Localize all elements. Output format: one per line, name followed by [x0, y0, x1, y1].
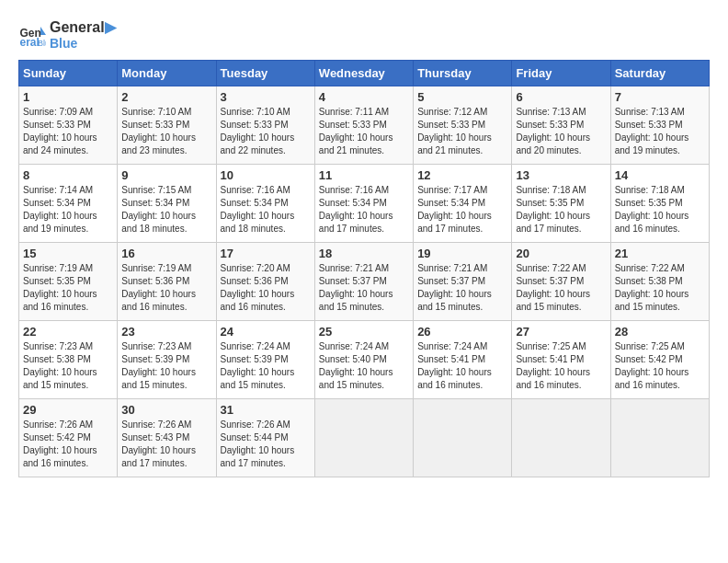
day-number: 10 — [221, 168, 311, 182]
calendar-cell: 31 Sunrise: 7:26 AMSunset: 5:44 PMDaylig… — [216, 399, 314, 477]
day-number: 9 — [121, 168, 211, 182]
day-info: Sunrise: 7:13 AMSunset: 5:33 PMDaylight:… — [615, 106, 705, 157]
day-info: Sunrise: 7:10 AMSunset: 5:33 PMDaylight:… — [121, 106, 211, 157]
day-number: 16 — [121, 247, 211, 260]
day-number: 19 — [417, 247, 507, 260]
header-day-friday: Friday — [512, 61, 610, 86]
calendar-cell: 24 Sunrise: 7:24 AMSunset: 5:39 PMDaylig… — [216, 321, 314, 399]
calendar-cell: 23 Sunrise: 7:23 AMSunset: 5:39 PMDaylig… — [118, 321, 216, 399]
day-info: Sunrise: 7:24 AMSunset: 5:39 PMDaylight:… — [221, 340, 311, 392]
calendar-header-row: SundayMondayTuesdayWednesdayThursdayFrid… — [19, 61, 710, 86]
day-number: 13 — [516, 168, 606, 182]
calendar-cell: 19 Sunrise: 7:21 AMSunset: 5:37 PMDaylig… — [414, 243, 512, 321]
day-info: Sunrise: 7:21 AMSunset: 5:37 PMDaylight:… — [319, 262, 409, 314]
day-info: Sunrise: 7:11 AMSunset: 5:33 PMDaylight:… — [319, 106, 409, 157]
day-number: 11 — [319, 168, 409, 182]
day-info: Sunrise: 7:22 AMSunset: 5:37 PMDaylight:… — [516, 262, 606, 314]
calendar-week-row: 1 Sunrise: 7:09 AMSunset: 5:33 PMDayligh… — [19, 86, 710, 165]
calendar-cell: 20 Sunrise: 7:22 AMSunset: 5:37 PMDaylig… — [512, 243, 610, 321]
day-info: Sunrise: 7:18 AMSunset: 5:35 PMDaylight:… — [615, 184, 705, 236]
calendar-cell: 8 Sunrise: 7:14 AMSunset: 5:34 PMDayligh… — [19, 165, 118, 243]
day-number: 30 — [121, 403, 211, 417]
day-number: 31 — [221, 403, 311, 417]
calendar-cell — [414, 399, 512, 477]
day-number: 3 — [221, 90, 311, 104]
day-number: 14 — [615, 168, 705, 182]
header-day-thursday: Thursday — [414, 61, 512, 86]
calendar-cell: 1 Sunrise: 7:09 AMSunset: 5:33 PMDayligh… — [19, 86, 118, 165]
day-number: 20 — [516, 247, 606, 260]
calendar-cell: 26 Sunrise: 7:24 AMSunset: 5:41 PMDaylig… — [414, 321, 512, 399]
day-number: 24 — [221, 325, 311, 339]
svg-marker-2 — [40, 27, 46, 35]
logo-icon: Gen eral Blue — [18, 21, 46, 49]
calendar-cell: 12 Sunrise: 7:17 AMSunset: 5:34 PMDaylig… — [414, 165, 512, 243]
day-info: Sunrise: 7:21 AMSunset: 5:37 PMDaylight:… — [417, 262, 507, 314]
day-number: 12 — [417, 168, 507, 182]
day-info: Sunrise: 7:14 AMSunset: 5:34 PMDaylight:… — [23, 184, 113, 236]
day-number: 18 — [319, 247, 409, 260]
day-info: Sunrise: 7:16 AMSunset: 5:34 PMDaylight:… — [319, 184, 409, 236]
day-info: Sunrise: 7:24 AMSunset: 5:40 PMDaylight:… — [319, 340, 409, 392]
calendar-cell: 13 Sunrise: 7:18 AMSunset: 5:35 PMDaylig… — [512, 165, 610, 243]
header-day-wednesday: Wednesday — [314, 61, 413, 86]
day-info: Sunrise: 7:15 AMSunset: 5:34 PMDaylight:… — [121, 184, 211, 236]
header-day-sunday: Sunday — [19, 61, 118, 86]
day-info: Sunrise: 7:19 AMSunset: 5:35 PMDaylight:… — [23, 262, 113, 314]
calendar-cell: 7 Sunrise: 7:13 AMSunset: 5:33 PMDayligh… — [610, 86, 709, 165]
day-number: 7 — [615, 90, 705, 104]
day-info: Sunrise: 7:13 AMSunset: 5:33 PMDaylight:… — [516, 106, 606, 157]
day-number: 17 — [221, 247, 311, 260]
calendar-cell — [314, 399, 413, 477]
day-info: Sunrise: 7:26 AMSunset: 5:43 PMDaylight:… — [121, 419, 211, 470]
logo-text-line2: Blue — [50, 36, 116, 51]
calendar-cell: 11 Sunrise: 7:16 AMSunset: 5:34 PMDaylig… — [314, 165, 413, 243]
day-number: 8 — [23, 168, 113, 182]
calendar-cell: 5 Sunrise: 7:12 AMSunset: 5:33 PMDayligh… — [414, 86, 512, 165]
day-info: Sunrise: 7:23 AMSunset: 5:39 PMDaylight:… — [121, 340, 211, 392]
day-info: Sunrise: 7:18 AMSunset: 5:35 PMDaylight:… — [516, 184, 606, 236]
calendar-cell: 17 Sunrise: 7:20 AMSunset: 5:36 PMDaylig… — [216, 243, 314, 321]
calendar-cell: 10 Sunrise: 7:16 AMSunset: 5:34 PMDaylig… — [216, 165, 314, 243]
calendar-cell: 14 Sunrise: 7:18 AMSunset: 5:35 PMDaylig… — [610, 165, 709, 243]
day-info: Sunrise: 7:25 AMSunset: 5:41 PMDaylight:… — [516, 340, 606, 392]
day-info: Sunrise: 7:12 AMSunset: 5:33 PMDaylight:… — [417, 106, 507, 157]
page-header: Gen eral Blue General▶ Blue — [18, 18, 710, 51]
calendar-cell: 2 Sunrise: 7:10 AMSunset: 5:33 PMDayligh… — [118, 86, 216, 165]
header-day-monday: Monday — [118, 61, 216, 86]
calendar-week-row: 22 Sunrise: 7:23 AMSunset: 5:38 PMDaylig… — [19, 321, 710, 399]
calendar-cell: 21 Sunrise: 7:22 AMSunset: 5:38 PMDaylig… — [610, 243, 709, 321]
day-info: Sunrise: 7:19 AMSunset: 5:36 PMDaylight:… — [121, 262, 211, 314]
day-number: 15 — [23, 247, 113, 260]
calendar-cell: 15 Sunrise: 7:19 AMSunset: 5:35 PMDaylig… — [19, 243, 118, 321]
day-number: 27 — [516, 325, 606, 339]
day-info: Sunrise: 7:20 AMSunset: 5:36 PMDaylight:… — [221, 262, 311, 314]
day-info: Sunrise: 7:23 AMSunset: 5:38 PMDaylight:… — [23, 340, 113, 392]
logo: Gen eral Blue General▶ Blue — [18, 18, 116, 51]
day-number: 22 — [23, 325, 113, 339]
day-number: 23 — [121, 325, 211, 339]
day-number: 28 — [615, 325, 705, 339]
calendar-cell: 29 Sunrise: 7:26 AMSunset: 5:42 PMDaylig… — [19, 399, 118, 477]
calendar-week-row: 29 Sunrise: 7:26 AMSunset: 5:42 PMDaylig… — [19, 399, 710, 477]
day-info: Sunrise: 7:10 AMSunset: 5:33 PMDaylight:… — [221, 106, 311, 157]
day-number: 1 — [23, 90, 113, 104]
header-day-saturday: Saturday — [610, 61, 709, 86]
calendar-cell — [512, 399, 610, 477]
day-info: Sunrise: 7:22 AMSunset: 5:38 PMDaylight:… — [615, 262, 705, 314]
calendar-cell: 16 Sunrise: 7:19 AMSunset: 5:36 PMDaylig… — [118, 243, 216, 321]
calendar-cell: 3 Sunrise: 7:10 AMSunset: 5:33 PMDayligh… — [216, 86, 314, 165]
calendar-table: SundayMondayTuesdayWednesdayThursdayFrid… — [18, 60, 710, 477]
day-number: 5 — [417, 90, 507, 104]
day-number: 29 — [23, 403, 113, 417]
calendar-cell: 27 Sunrise: 7:25 AMSunset: 5:41 PMDaylig… — [512, 321, 610, 399]
day-info: Sunrise: 7:26 AMSunset: 5:44 PMDaylight:… — [221, 419, 311, 470]
day-number: 21 — [615, 247, 705, 260]
calendar-cell: 4 Sunrise: 7:11 AMSunset: 5:33 PMDayligh… — [314, 86, 413, 165]
svg-text:eral: eral — [20, 36, 40, 49]
calendar-cell: 9 Sunrise: 7:15 AMSunset: 5:34 PMDayligh… — [118, 165, 216, 243]
day-number: 25 — [319, 325, 409, 339]
header-day-tuesday: Tuesday — [216, 61, 314, 86]
day-number: 2 — [121, 90, 211, 104]
calendar-cell: 22 Sunrise: 7:23 AMSunset: 5:38 PMDaylig… — [19, 321, 118, 399]
